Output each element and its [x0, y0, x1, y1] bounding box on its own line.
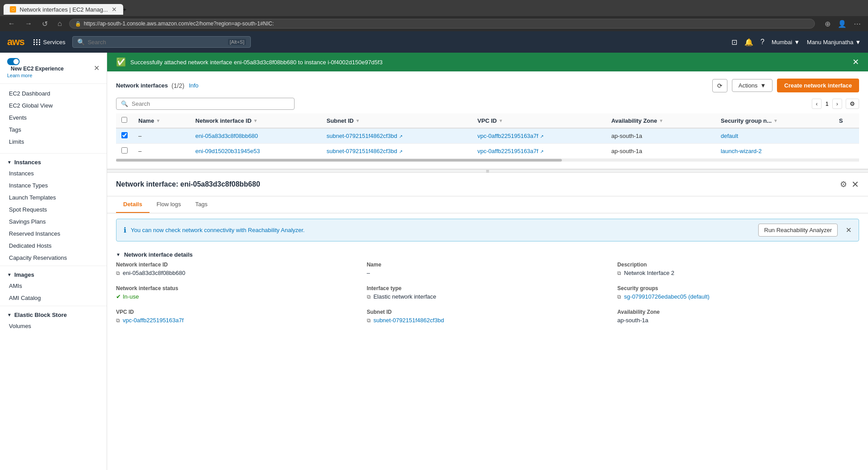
sidebar-item-volumes[interactable]: Volumes	[0, 320, 107, 332]
row-2-nic-id[interactable]: eni-09d15020b31945e53	[190, 144, 321, 159]
banner-close-button[interactable]: ✕	[852, 57, 859, 67]
row-1-sg[interactable]: default	[715, 128, 834, 144]
sidebar-item-amis[interactable]: AMIs	[0, 280, 107, 292]
screen-icon-button[interactable]: ⊡	[731, 38, 737, 46]
sidebar-item-capacity-reservations[interactable]: Capacity Reservations	[0, 252, 107, 264]
url-bar[interactable]: 🔒 https://ap-south-1.console.aws.amazon.…	[69, 19, 815, 29]
table-row[interactable]: – eni-05a83d3c8f08bb680 subnet-0792151f4…	[116, 128, 859, 144]
actions-button[interactable]: Actions ▼	[732, 79, 773, 92]
row-1-checkbox[interactable]	[121, 132, 128, 138]
sidebar-item-launch-templates[interactable]: Launch Templates	[0, 191, 107, 204]
sidebar-item-reserved-instances[interactable]: Reserved Instances	[0, 228, 107, 240]
detail-settings-button[interactable]: ⚙	[840, 179, 847, 190]
row-2-sg[interactable]: launch-wizard-2	[715, 144, 834, 159]
row-1-vpc-link[interactable]: vpc-0affb225195163a7f	[478, 133, 538, 139]
region-selector[interactable]: Mumbai ▼	[772, 39, 800, 46]
sidebar-item-spot-requests[interactable]: Spot Requests	[0, 204, 107, 216]
forward-button[interactable]: →	[22, 19, 35, 29]
sidebar-item-dedicated-hosts[interactable]: Dedicated Hosts	[0, 240, 107, 252]
new-ec2-toggle[interactable]	[7, 58, 20, 65]
field-availability-zone: Availability Zone ap-south-1a	[617, 309, 859, 324]
row-1-subnet[interactable]: subnet-0792151f4862cf3bd ↗	[321, 128, 472, 144]
row-2-vpc-ext-icon: ↗	[540, 149, 544, 154]
sidebar-item-events[interactable]: Events	[0, 112, 107, 124]
run-reachability-analyzer-button[interactable]: Run Reachability Analyzer	[758, 224, 838, 237]
topbar-search-bar[interactable]: 🔍 [Alt+S]	[72, 36, 251, 48]
sidebar-section-elastic-block-store[interactable]: ▼ Elastic Block Store	[0, 308, 107, 320]
sg-link[interactable]: sg-079910726edabec05 (default)	[624, 293, 710, 300]
network-interface-details-header[interactable]: ▼ Network interface details	[116, 247, 859, 262]
az-text: ap-south-1a	[617, 317, 648, 324]
description-copy-icon[interactable]: ⧉	[617, 270, 621, 276]
table-title-text: Network interfaces	[116, 82, 168, 89]
interface-type-copy-icon[interactable]: ⧉	[367, 294, 371, 300]
prev-page-button[interactable]: ‹	[812, 99, 822, 109]
refresh-button[interactable]: ⟳	[712, 79, 727, 92]
sidebar-item-savings-plans[interactable]: Savings Plans	[0, 216, 107, 228]
table-search-input[interactable]	[132, 100, 290, 107]
nic-copy-icon[interactable]: ⧉	[116, 270, 120, 276]
row-2-vpc[interactable]: vpc-0affb225195163a7f ↗	[472, 144, 606, 159]
tab-tags[interactable]: Tags	[188, 196, 215, 213]
row-2-subnet[interactable]: subnet-0792151f4862cf3bd ↗	[321, 144, 472, 159]
home-button[interactable]: ⌂	[55, 19, 65, 29]
table-row[interactable]: – eni-09d15020b31945e53 subnet-0792151f4…	[116, 144, 859, 159]
sidebar-item-ami-catalog[interactable]: AMI Catalog	[0, 292, 107, 304]
row-1-subnet-link[interactable]: subnet-0792151f4862cf3bd	[327, 133, 397, 139]
row-checkbox-cell-2[interactable]	[116, 144, 133, 159]
table-search[interactable]: 🔍	[116, 98, 295, 110]
sidebar-item-instance-types[interactable]: Instance Types	[0, 179, 107, 191]
back-button[interactable]: ←	[5, 19, 18, 29]
row-2-checkbox[interactable]	[121, 147, 128, 154]
sidebar-item-limits[interactable]: Limits	[0, 136, 107, 148]
table-info-link[interactable]: Info	[189, 82, 199, 89]
horizontal-scroll[interactable]	[116, 159, 859, 162]
services-button[interactable]: Services	[33, 39, 66, 46]
row-1-sg-link[interactable]: default	[721, 133, 738, 139]
row-2-nic-link[interactable]: eni-09d15020b31945e53	[195, 148, 260, 154]
create-network-interface-button[interactable]: Create network interface	[777, 79, 859, 92]
panel-resize-handle[interactable]: ≡	[107, 169, 868, 173]
active-tab[interactable]: ⬡ Network interfaces | EC2 Manag... ✕	[4, 4, 123, 15]
tab-flow-logs[interactable]: Flow logs	[150, 196, 188, 213]
sidebar-item-tags[interactable]: Tags	[0, 124, 107, 136]
user-selector[interactable]: Manu Manjunatha ▼	[807, 39, 861, 46]
vpc-copy-icon[interactable]: ⧉	[116, 317, 120, 324]
row-checkbox-cell-1[interactable]	[116, 128, 133, 144]
th-vpc-id: VPC ID ▼	[472, 113, 606, 128]
sidebar-section-instances[interactable]: ▼ Instances	[0, 155, 107, 167]
browser-profile-button[interactable]: 👤	[836, 19, 848, 29]
row-2-sg-link[interactable]: launch-wizard-2	[721, 148, 762, 154]
topbar-search-input[interactable]	[87, 39, 225, 46]
column-settings-button[interactable]: ⚙	[846, 99, 859, 109]
sidebar-close-button[interactable]: ✕	[94, 64, 100, 72]
bell-icon-button[interactable]: 🔔	[744, 38, 753, 46]
sg-copy-icon[interactable]: ⧉	[617, 294, 621, 300]
refresh-button[interactable]: ↺	[39, 19, 50, 29]
row-1-nic-id[interactable]: eni-05a83d3c8f08bb680	[190, 128, 321, 144]
images-chevron: ▼	[7, 272, 12, 277]
row-2-subnet-link[interactable]: subnet-0792151f4862cf3bd	[327, 148, 397, 154]
row-1-vpc[interactable]: vpc-0affb225195163a7f ↗	[472, 128, 606, 144]
new-tab-button[interactable]: +	[123, 6, 127, 13]
subnet-link[interactable]: subnet-0792151f4862cf3bd	[374, 317, 444, 324]
sidebar-item-instances[interactable]: Instances	[0, 167, 107, 179]
tab-details[interactable]: Details	[116, 196, 150, 213]
sidebar-item-ec2-dashboard[interactable]: EC2 Dashboard	[0, 87, 107, 100]
select-all-checkbox[interactable]	[121, 117, 127, 123]
subnet-copy-icon[interactable]: ⧉	[367, 317, 371, 324]
row-1-nic-link[interactable]: eni-05a83d3c8f08bb680	[195, 133, 258, 139]
info-banner-close-button[interactable]: ✕	[846, 226, 851, 234]
browser-search-button[interactable]: ⊕	[823, 19, 832, 29]
vpc-link[interactable]: vpc-0affb225195163a7f	[123, 317, 183, 324]
row-2-vpc-link[interactable]: vpc-0affb225195163a7f	[478, 148, 538, 154]
sidebar-section-images[interactable]: ▼ Images	[0, 268, 107, 280]
az-label: Availability Zone	[617, 309, 859, 315]
close-tab-button[interactable]: ✕	[112, 6, 117, 13]
learn-more-link[interactable]: Learn more	[7, 73, 64, 78]
sidebar-item-ec2-global-view[interactable]: EC2 Global View	[0, 100, 107, 112]
help-icon-button[interactable]: ?	[760, 38, 764, 46]
next-page-button[interactable]: ›	[832, 99, 842, 109]
detail-close-button[interactable]: ✕	[851, 179, 859, 190]
browser-menu-button[interactable]: ⋯	[852, 19, 863, 29]
